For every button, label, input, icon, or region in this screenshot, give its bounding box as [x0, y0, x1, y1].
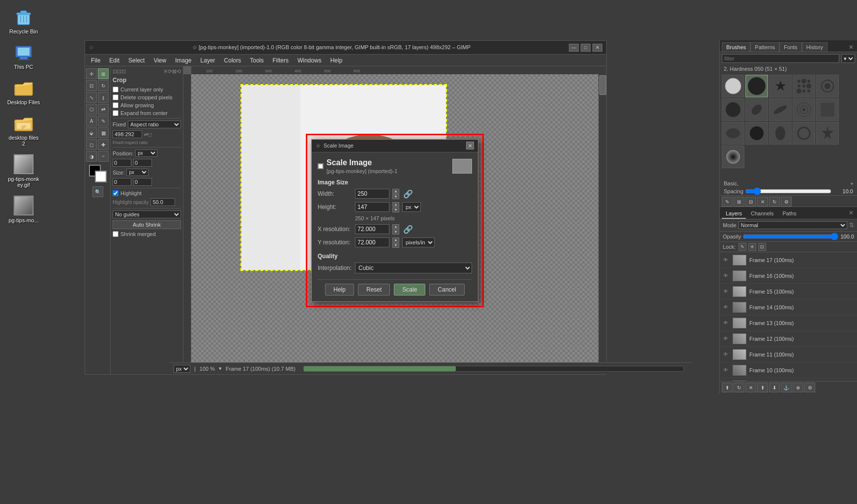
brush-cell-14[interactable]: [793, 122, 815, 145]
brush-settings-btn[interactable]: ⚙: [781, 197, 792, 207]
tab-history[interactable]: History: [802, 42, 827, 52]
width-input[interactable]: [355, 189, 389, 199]
mode-arrows[interactable]: ⇅: [849, 222, 854, 229]
layer-item-frame16[interactable]: 👁 Frame 16 (100ms): [720, 268, 857, 284]
vertical-scrollbar[interactable]: [598, 74, 606, 366]
position-y-input[interactable]: [133, 159, 152, 167]
width-spin-up[interactable]: ▲: [392, 189, 399, 194]
pg-tips-mo-icon[interactable]: pg-tips-mo...: [4, 193, 43, 226]
position-unit-select[interactable]: px: [135, 149, 157, 157]
menu-colors[interactable]: Colors: [220, 56, 245, 65]
interpolation-select[interactable]: Cubic Linear None NoHalo LoHalo: [355, 263, 472, 273]
tool-crop[interactable]: ⊡: [86, 80, 97, 91]
menu-edit[interactable]: Edit: [105, 56, 123, 65]
brush-cell-15[interactable]: [816, 122, 839, 145]
mode-select[interactable]: Normal: [739, 221, 847, 229]
tool-bucket[interactable]: ⬙: [86, 127, 97, 138]
width-spin-down[interactable]: ▼: [392, 194, 399, 199]
opacity-slider[interactable]: [743, 234, 838, 239]
layer-eye-17[interactable]: 👁: [722, 256, 730, 264]
position-x-input[interactable]: [113, 159, 131, 167]
canvas-area[interactable]: 100 200 300 400 500 600: [183, 66, 606, 374]
tool-gradient[interactable]: ▦: [98, 127, 109, 138]
delete-cropped-checkbox[interactable]: [113, 94, 118, 100]
y-resolution-input[interactable]: [355, 237, 389, 247]
layer-item-frame13[interactable]: 👁 Frame 13 (100ms): [720, 315, 857, 331]
layer-settings-btn[interactable]: ⚙: [804, 383, 815, 392]
brush-refresh-btn[interactable]: ↻: [769, 197, 780, 207]
brush-cell-9[interactable]: [793, 98, 815, 121]
layer-down-btn[interactable]: ⬇: [769, 383, 780, 392]
help-button[interactable]: Help: [325, 284, 354, 296]
status-unit-select[interactable]: px: [174, 365, 190, 373]
brush-cell-11[interactable]: [722, 122, 744, 145]
tool-smudge[interactable]: ~: [98, 151, 109, 162]
layer-eye-11[interactable]: 👁: [722, 351, 730, 358]
layer-delete-btn[interactable]: ✕: [745, 383, 756, 392]
this-pc-icon[interactable]: This PC: [4, 39, 43, 73]
menu-tools[interactable]: Tools: [246, 56, 267, 65]
tab-fonts[interactable]: Fonts: [779, 42, 802, 52]
layer-item-frame15[interactable]: 👁 Frame 15 (100ms): [720, 284, 857, 299]
menu-image[interactable]: Image: [171, 56, 195, 65]
tab-channels[interactable]: Channels: [747, 209, 777, 219]
tool-flip[interactable]: ⇄: [98, 104, 109, 115]
yres-spin-up[interactable]: ▲: [392, 237, 399, 242]
guides-select[interactable]: No guides: [113, 210, 181, 218]
tab-paths[interactable]: Paths: [779, 209, 800, 219]
layer-merge-btn[interactable]: ⊕: [793, 383, 803, 392]
current-layer-only-checkbox[interactable]: [113, 87, 118, 92]
recycle-bin-icon[interactable]: Recycle Bin: [4, 4, 43, 37]
brush-cell-8[interactable]: [769, 98, 792, 121]
desktop-files-icon[interactable]: Desktop Files: [4, 75, 43, 108]
menu-filters[interactable]: Filters: [268, 56, 293, 65]
brush-filter-select[interactable]: ▾: [841, 54, 855, 63]
xres-spin-down[interactable]: ▼: [392, 230, 399, 235]
brush-delete-btn[interactable]: ✕: [757, 197, 768, 207]
scale-dialog-close-button[interactable]: ✕: [466, 142, 474, 149]
brush-cell-7[interactable]: [745, 98, 768, 121]
layer-item-frame10[interactable]: 👁 Frame 10 (100ms): [720, 362, 857, 378]
lock-position-icon[interactable]: ✛: [748, 243, 756, 251]
brush-paste-btn[interactable]: ⊟: [745, 197, 756, 207]
brush-filter-input[interactable]: [722, 54, 839, 63]
menu-file[interactable]: File: [87, 56, 104, 65]
size-value-input[interactable]: [113, 130, 142, 138]
pg-tips-gif-icon[interactable]: pg-tips-monk ey.gif: [4, 151, 43, 191]
brush-cell-16[interactable]: [722, 146, 744, 168]
layer-eye-14[interactable]: 👁: [722, 303, 730, 311]
brush-cell-2[interactable]: [745, 75, 768, 97]
highlight-opacity-input[interactable]: [150, 198, 175, 206]
tab-patterns[interactable]: Patterns: [750, 42, 779, 52]
cancel-button[interactable]: Cancel: [429, 284, 464, 296]
brush-cell-3[interactable]: ★: [769, 75, 792, 97]
brush-cell-12[interactable]: [745, 122, 768, 145]
aspect-ratio-select[interactable]: Aspect ratio: [128, 120, 181, 128]
tool-text[interactable]: A: [86, 116, 97, 126]
size-y-input[interactable]: [133, 178, 152, 186]
layer-eye-13[interactable]: 👁: [722, 319, 730, 327]
tab-layers[interactable]: Layers: [722, 209, 746, 219]
menu-view[interactable]: View: [149, 56, 170, 65]
layer-duplicate-btn[interactable]: ↻: [734, 383, 744, 392]
layer-eye-12[interactable]: 👁: [722, 335, 730, 343]
auto-shrink-button[interactable]: Auto Shrink: [113, 220, 181, 229]
minimize-button[interactable]: —: [569, 44, 579, 52]
brush-cell-10[interactable]: [816, 98, 839, 121]
layer-item-frame11[interactable]: 👁 Frame 11 (100ms): [720, 347, 857, 362]
brush-cell-1[interactable]: [722, 75, 744, 97]
allow-growing-checkbox[interactable]: [113, 102, 118, 108]
yres-spin-down[interactable]: ▼: [392, 243, 399, 248]
layer-anchor-btn[interactable]: ⚓: [781, 383, 792, 392]
layers-panel-close-icon[interactable]: ✕: [847, 209, 855, 217]
expand-from-center-checkbox[interactable]: [113, 110, 118, 116]
tool-perspective[interactable]: ⬡: [86, 104, 97, 115]
size-x-input[interactable]: [113, 178, 131, 186]
menu-windows[interactable]: Windows: [294, 56, 325, 65]
layer-new-btn[interactable]: ⬆: [722, 383, 733, 392]
maximize-button[interactable]: □: [581, 44, 591, 52]
tool-shear[interactable]: ⫿: [98, 92, 109, 103]
brush-cell-6[interactable]: [722, 98, 744, 121]
chain-link-icon[interactable]: 🔗: [402, 189, 414, 199]
panel-close-icon[interactable]: ✕: [847, 43, 855, 51]
